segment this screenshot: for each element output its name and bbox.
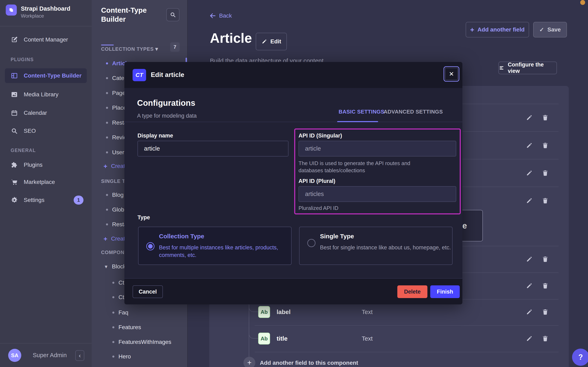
component-features-with-images[interactable]: FeaturesWithImages [92,338,188,347]
cancel-button[interactable]: Cancel [133,285,163,298]
tree-elbow [249,303,258,312]
collapse-sidebar-button[interactable]: ‹ [75,350,84,361]
api-id-singular-input[interactable]: article [298,141,456,157]
plus-icon: + [247,359,251,367]
collection-types-header[interactable]: COLLECTION TYPES ▾ [101,46,158,52]
sidebar-item-seo[interactable]: SEO [5,124,87,138]
bullet-icon [112,341,114,343]
configurations-subheading: A type for modeling data [137,113,197,119]
plus-icon: + [104,162,108,170]
gear-icon [11,196,18,204]
panel-title: Content-Type Builder [101,6,169,24]
page-title: Article [210,30,252,46]
bullet-icon [112,282,114,284]
tab-basic-settings[interactable]: BASIC SETTINGS [339,109,384,115]
single-type-option[interactable]: Single Type Best for single instance lik… [299,227,453,265]
collection-count-badge: 7 [170,42,180,52]
row-actions [526,335,549,342]
search-button[interactable] [166,8,179,21]
field-type: Text [362,335,373,342]
question-icon: ? [578,353,583,361]
api-id-plural-label: API ID (Plural) [298,178,335,184]
pencil-icon[interactable] [526,256,533,263]
sidebar-item-marketplace[interactable]: Marketplace [5,175,87,189]
avatar[interactable]: SA [8,349,21,362]
bullet-icon [112,296,114,298]
sidebar-item-media-library[interactable]: Media Library [5,87,87,102]
option-description: Best for multiple instances like article… [159,244,286,259]
option-description: Best for single instance like about us, … [320,244,455,251]
row-actions [526,170,549,176]
configure-the-view-button[interactable]: Configure the view [498,62,557,74]
option-title: Collection Type [159,233,204,240]
component-hero[interactable]: Hero [92,352,188,361]
pencil-icon[interactable] [526,309,533,316]
pencil-icon[interactable] [526,335,533,342]
display-name-input[interactable]: article [138,141,289,157]
cart-icon [11,178,18,186]
field-type-badge: Ab [258,306,270,318]
search-icon [170,11,176,18]
save-button[interactable]: ✓ Save [533,22,567,37]
active-tab-indicator [337,121,378,122]
back-link[interactable]: Back [209,12,232,19]
radio-selected-icon [146,242,155,250]
edit-article-modal: CT Edit article ✕ Configurations A type … [124,62,462,304]
add-field-to-component-button[interactable]: + [243,357,255,367]
row-divider [255,325,559,326]
delete-button[interactable]: Delete [397,285,427,298]
bullet-icon [106,151,108,153]
field-type-badge: Ab [258,333,270,344]
section-label-general: GENERAL [11,148,36,153]
edit-button[interactable]: Edit [256,33,287,50]
calendar-icon [11,109,18,117]
section-label-plugins: PLUGINS [11,57,34,62]
trash-icon[interactable] [542,282,549,289]
recording-indicator-dot [580,0,585,5]
pencil-icon[interactable] [526,170,533,176]
check-icon: ✓ [539,26,544,33]
strapi-logo-icon [6,5,17,16]
trash-icon[interactable] [542,114,549,121]
trash-icon[interactable] [542,256,549,263]
add-another-field-button[interactable]: + Add another field [466,22,529,37]
bullet-icon [106,77,108,79]
collection-type-option[interactable]: Collection Type Best for multiple instan… [138,227,291,265]
sidebar-item-content-type-builder[interactable]: Content-Type Builder [5,68,87,83]
sidebar-item-content-manager[interactable]: Content Manager [5,32,87,47]
type-label: Type [138,214,150,221]
help-button[interactable]: ? [572,349,588,366]
trash-icon[interactable] [542,335,549,342]
sidebar-item-label: Marketplace [24,179,55,185]
tab-advanced-settings[interactable]: ADVANCED SETTINGS [384,109,443,115]
trash-icon[interactable] [542,170,549,176]
bullet-icon [112,356,114,358]
sidebar-item-label: SEO [24,128,36,134]
configurations-heading: Configurations [137,98,195,108]
pencil-icon[interactable] [526,114,533,121]
trash-icon[interactable] [542,197,549,204]
trash-icon[interactable] [542,142,549,149]
close-button[interactable]: ✕ [444,66,459,82]
sidebar-item-calendar[interactable]: Calendar [5,106,87,120]
pencil-icon[interactable] [526,142,533,149]
clipped-text: e [462,221,467,230]
sidebar-item-plugins[interactable]: Plugins [5,158,87,172]
row-divider [255,352,559,352]
component-faq[interactable]: Faq [92,308,188,317]
sidebar-item-label: Plugins [24,162,42,168]
trash-icon[interactable] [542,309,549,316]
api-id-singular-label: API ID (Singular) [298,133,342,139]
row-actions [526,256,549,263]
finish-button[interactable]: Finish [430,285,460,298]
pencil-icon[interactable] [526,282,533,289]
field-name: label [277,309,290,316]
bullet-icon [106,136,108,139]
bullet-icon [106,62,108,64]
api-id-plural-input[interactable]: articles [298,186,456,202]
add-field-to-component-label[interactable]: Add another field to this component [260,360,358,366]
divider [0,343,92,343]
pencil-icon[interactable] [526,197,533,204]
component-features[interactable]: Features [92,323,188,332]
modal-footer: Cancel Delete Finish [124,278,462,304]
